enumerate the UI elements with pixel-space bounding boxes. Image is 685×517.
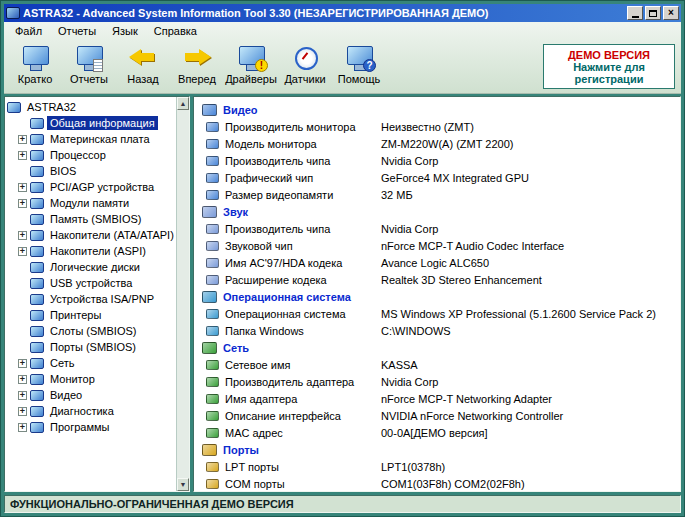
info-label: Звуковой чип — [225, 240, 375, 252]
tree-root[interactable]: ASTRA32 — [7, 99, 176, 115]
info-value: MS Windows XP Professional (5.1.2600 Ser… — [381, 308, 656, 320]
os-icon — [202, 291, 217, 303]
maximize-button[interactable] — [645, 6, 661, 20]
section-title: Порты — [223, 444, 259, 456]
sound-row-icon — [206, 275, 219, 285]
tree-item[interactable]: BIOS — [17, 163, 176, 179]
window-chrome: ФайлОтчетыЯзыкСправка КраткоОтчетыНазадВ… — [4, 22, 681, 94]
scroll-up-icon[interactable]: ▲ — [177, 97, 189, 110]
tree-item[interactable]: Принтеры — [17, 307, 176, 323]
info-label: Расширение кодека — [225, 274, 375, 286]
summary-button[interactable]: Кратко — [8, 43, 62, 91]
tree-item-label: Принтеры — [47, 308, 104, 322]
menu-item-3[interactable]: Справка — [146, 23, 205, 39]
tree-item[interactable]: +Видео — [17, 387, 176, 403]
info-label: Производитель чипа — [225, 155, 375, 167]
section-header-network: Сеть — [194, 339, 680, 356]
expand-plus-icon[interactable]: + — [18, 231, 27, 240]
category-icon — [30, 342, 44, 353]
help-icon: ? — [344, 45, 374, 71]
menu-item-1[interactable]: Отчеты — [50, 23, 104, 39]
back-button[interactable]: Назад — [116, 43, 170, 91]
reports-button[interactable]: Отчеты — [62, 43, 116, 91]
network-row-icon — [206, 394, 219, 404]
info-label: Производитель чипа — [225, 223, 375, 235]
tree-item[interactable]: +Модули памяти — [17, 195, 176, 211]
category-icon — [30, 374, 44, 385]
info-value: nForce MCP-T Audio Codec Interface — [381, 240, 564, 252]
sound-row-icon — [206, 224, 219, 234]
toolbar-buttons: КраткоОтчетыНазадВперед!ДрайверыДатчики?… — [8, 43, 386, 91]
info-row: Звуковой чипnForce MCP-T Audio Codec Int… — [194, 237, 680, 254]
section-title: Операционная система — [223, 291, 351, 303]
tree-item[interactable]: Общая информация — [17, 115, 176, 131]
tree-item[interactable]: USB устройства — [17, 275, 176, 291]
tree-item[interactable]: Устройства ISA/PNP — [17, 291, 176, 307]
info-value: Nvidia Corp — [381, 155, 438, 167]
section-title: Видео — [223, 104, 258, 116]
info-value: COM1(03F8h) COM2(02F8h) — [381, 478, 525, 490]
menu-item-0[interactable]: Файл — [7, 23, 50, 39]
tree-item[interactable]: +Программы — [17, 419, 176, 435]
info-value: GeForce4 MX Integrated GPU — [381, 172, 529, 184]
sensors-button[interactable]: Датчики — [278, 43, 332, 91]
info-label: Производитель монитора — [225, 121, 375, 133]
tree-item[interactable]: +Накопители (ATA/ATAPI) — [17, 227, 176, 243]
tree-item[interactable]: +Диагностика — [17, 403, 176, 419]
expand-plus-icon[interactable]: + — [18, 247, 27, 256]
info-row: Сетевое имяKASSA — [194, 356, 680, 373]
tree-item-label: Слоты (SMBIOS) — [47, 324, 139, 338]
sound-icon — [202, 206, 217, 218]
info-value: KASSA — [381, 359, 418, 371]
tree-item[interactable]: Память (SMBIOS) — [17, 211, 176, 227]
tree-item[interactable]: +Монитор — [17, 371, 176, 387]
expand-plus-icon[interactable]: + — [18, 359, 27, 368]
info-row: Расширение кодекаRealtek 3D Stereo Enhan… — [194, 271, 680, 288]
tree-item[interactable]: +Сеть — [17, 355, 176, 371]
demo-registration-button[interactable]: ДЕМО ВЕРСИЯ Нажмите для регистрации — [543, 44, 675, 89]
video-row-icon — [206, 190, 219, 200]
expand-plus-icon[interactable]: + — [18, 135, 27, 144]
tree-item[interactable]: +Материнская плата — [17, 131, 176, 147]
info-value: Nvidia Corp — [381, 223, 438, 235]
category-icon — [30, 278, 44, 289]
tree-item-label: Видео — [47, 388, 85, 402]
back-icon — [128, 45, 158, 71]
tree-item[interactable]: +Процессор — [17, 147, 176, 163]
info-row: Производитель чипаNvidia Corp — [194, 220, 680, 237]
category-icon — [30, 182, 44, 193]
expand-plus-icon[interactable]: + — [18, 407, 27, 416]
tree-item-label: BIOS — [47, 164, 79, 178]
info-row: Производитель адаптераNvidia Corp — [194, 373, 680, 390]
tree-root-label: ASTRA32 — [24, 100, 79, 114]
expand-plus-icon[interactable]: + — [18, 423, 27, 432]
expand-plus-icon[interactable]: + — [18, 151, 27, 160]
close-button[interactable]: × — [663, 6, 679, 20]
expand-plus-icon[interactable]: + — [18, 183, 27, 192]
tree-item[interactable]: Слоты (SMBIOS) — [17, 323, 176, 339]
expand-plus-icon[interactable]: + — [18, 199, 27, 208]
tree-item[interactable]: Логические диски — [17, 259, 176, 275]
info-label: Графический чип — [225, 172, 375, 184]
expand-plus-icon[interactable]: + — [18, 391, 27, 400]
scroll-down-icon[interactable]: ▼ — [177, 478, 189, 491]
demo-register-label: Нажмите для регистрации — [563, 61, 655, 85]
drivers-button[interactable]: !Драйверы — [224, 43, 278, 91]
tree-item[interactable]: Порты (SMBIOS) — [17, 339, 176, 355]
tree-scrollbar[interactable]: ▲ ▼ — [176, 97, 189, 491]
toolbar-button-label: Назад — [127, 73, 159, 85]
forward-button[interactable]: Вперед — [170, 43, 224, 91]
menu-item-2[interactable]: Язык — [104, 23, 146, 39]
toolbar-button-label: Помощь — [338, 73, 381, 85]
ports-icon — [202, 444, 217, 456]
section-title: Звук — [223, 206, 248, 218]
minimize-button[interactable] — [627, 6, 643, 20]
help-button[interactable]: ?Помощь — [332, 43, 386, 91]
tree-item[interactable]: +PCI/AGP устройства — [17, 179, 176, 195]
info-row: LPT портыLPT1(0378h) — [194, 458, 680, 475]
tree-item[interactable]: +Накопители (ASPI) — [17, 243, 176, 259]
video-row-icon — [206, 156, 219, 166]
info-row: Модель монитораZM-M220W(A) (ZMT 2200) — [194, 135, 680, 152]
info-label: LPT порты — [225, 461, 375, 473]
expand-plus-icon[interactable]: + — [18, 375, 27, 384]
